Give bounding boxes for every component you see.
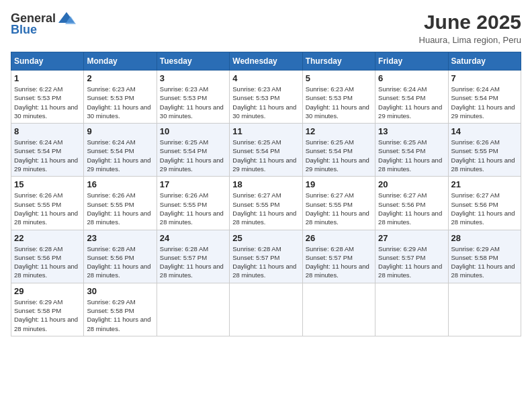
calendar-cell: 24 Sunrise: 6:28 AMSunset: 5:57 PMDaylig… xyxy=(157,230,229,283)
day-info: Sunrise: 6:25 AMSunset: 5:54 PMDaylight:… xyxy=(160,138,224,173)
title-area: June 2025 Huaura, Lima region, Peru xyxy=(419,11,521,45)
col-sunday: Sunday xyxy=(11,52,84,71)
day-info: Sunrise: 6:29 AMSunset: 5:57 PMDaylight:… xyxy=(378,245,442,279)
calendar-cell: 12 Sunrise: 6:25 AMSunset: 5:54 PMDaylig… xyxy=(302,124,375,177)
day-number: 14 xyxy=(451,126,518,136)
calendar-week-4: 22 Sunrise: 6:28 AMSunset: 5:56 PMDaylig… xyxy=(11,230,521,283)
logo-icon xyxy=(57,11,76,26)
day-info: Sunrise: 6:24 AMSunset: 5:54 PMDaylight:… xyxy=(87,138,150,173)
day-info: Sunrise: 6:29 AMSunset: 5:58 PMDaylight:… xyxy=(14,298,78,332)
col-monday: Monday xyxy=(84,52,157,71)
header-row: Sunday Monday Tuesday Wednesday Thursday… xyxy=(11,52,521,71)
day-number: 13 xyxy=(378,126,445,136)
day-info: Sunrise: 6:24 AMSunset: 5:54 PMDaylight:… xyxy=(378,85,442,120)
day-info: Sunrise: 6:29 AMSunset: 5:58 PMDaylight:… xyxy=(451,245,515,279)
calendar-cell xyxy=(230,283,302,336)
day-info: Sunrise: 6:27 AMSunset: 5:55 PMDaylight:… xyxy=(232,191,296,226)
calendar-cell: 28 Sunrise: 6:29 AMSunset: 5:58 PMDaylig… xyxy=(448,230,521,283)
calendar-subtitle: Huaura, Lima region, Peru xyxy=(419,35,521,45)
calendar-cell: 2 Sunrise: 6:23 AMSunset: 5:53 PMDayligh… xyxy=(84,71,157,124)
calendar-cell: 18 Sunrise: 6:27 AMSunset: 5:55 PMDaylig… xyxy=(230,177,302,230)
logo-blue: Blue xyxy=(11,23,37,37)
logo: General Blue xyxy=(11,11,76,37)
calendar-cell: 17 Sunrise: 6:26 AMSunset: 5:55 PMDaylig… xyxy=(157,177,229,230)
day-number: 3 xyxy=(160,73,226,83)
calendar-week-3: 15 Sunrise: 6:26 AMSunset: 5:55 PMDaylig… xyxy=(11,177,521,230)
day-number: 28 xyxy=(451,233,518,243)
calendar-cell: 14 Sunrise: 6:26 AMSunset: 5:55 PMDaylig… xyxy=(448,124,521,177)
day-info: Sunrise: 6:23 AMSunset: 5:53 PMDaylight:… xyxy=(87,85,150,120)
calendar-cell: 4 Sunrise: 6:23 AMSunset: 5:53 PMDayligh… xyxy=(230,71,302,124)
calendar-cell: 30 Sunrise: 6:29 AMSunset: 5:58 PMDaylig… xyxy=(84,283,157,336)
calendar-cell: 27 Sunrise: 6:29 AMSunset: 5:57 PMDaylig… xyxy=(375,230,448,283)
calendar-cell: 7 Sunrise: 6:24 AMSunset: 5:54 PMDayligh… xyxy=(448,71,521,124)
col-tuesday: Tuesday xyxy=(157,52,229,71)
col-thursday: Thursday xyxy=(302,52,375,71)
day-info: Sunrise: 6:25 AMSunset: 5:54 PMDaylight:… xyxy=(378,138,442,173)
day-number: 7 xyxy=(451,73,518,83)
col-wednesday: Wednesday xyxy=(230,52,302,71)
day-number: 22 xyxy=(14,233,81,243)
day-info: Sunrise: 6:23 AMSunset: 5:53 PMDaylight:… xyxy=(160,85,224,120)
calendar-cell: 16 Sunrise: 6:26 AMSunset: 5:55 PMDaylig… xyxy=(84,177,157,230)
day-number: 26 xyxy=(306,233,372,243)
day-info: Sunrise: 6:26 AMSunset: 5:55 PMDaylight:… xyxy=(14,191,78,226)
day-info: Sunrise: 6:27 AMSunset: 5:55 PMDaylight:… xyxy=(306,191,369,226)
calendar-cell: 19 Sunrise: 6:27 AMSunset: 5:55 PMDaylig… xyxy=(302,177,375,230)
day-number: 10 xyxy=(160,126,226,136)
day-info: Sunrise: 6:28 AMSunset: 5:57 PMDaylight:… xyxy=(306,245,369,279)
calendar-cell: 13 Sunrise: 6:25 AMSunset: 5:54 PMDaylig… xyxy=(375,124,448,177)
calendar-cell: 21 Sunrise: 6:27 AMSunset: 5:56 PMDaylig… xyxy=(448,177,521,230)
day-number: 9 xyxy=(87,126,153,136)
day-info: Sunrise: 6:24 AMSunset: 5:54 PMDaylight:… xyxy=(451,85,515,120)
calendar-cell: 29 Sunrise: 6:29 AMSunset: 5:58 PMDaylig… xyxy=(11,283,84,336)
col-friday: Friday xyxy=(375,52,448,71)
day-info: Sunrise: 6:24 AMSunset: 5:54 PMDaylight:… xyxy=(14,138,78,173)
day-number: 1 xyxy=(14,73,81,83)
calendar-cell: 5 Sunrise: 6:23 AMSunset: 5:53 PMDayligh… xyxy=(302,71,375,124)
calendar-cell: 3 Sunrise: 6:23 AMSunset: 5:53 PMDayligh… xyxy=(157,71,229,124)
day-number: 20 xyxy=(378,179,445,189)
day-info: Sunrise: 6:28 AMSunset: 5:56 PMDaylight:… xyxy=(14,245,78,279)
day-number: 17 xyxy=(160,179,226,189)
day-info: Sunrise: 6:25 AMSunset: 5:54 PMDaylight:… xyxy=(306,138,369,173)
calendar-cell: 10 Sunrise: 6:25 AMSunset: 5:54 PMDaylig… xyxy=(157,124,229,177)
calendar-cell: 11 Sunrise: 6:25 AMSunset: 5:54 PMDaylig… xyxy=(230,124,302,177)
day-number: 21 xyxy=(451,179,518,189)
calendar-week-5: 29 Sunrise: 6:29 AMSunset: 5:58 PMDaylig… xyxy=(11,283,521,336)
day-number: 15 xyxy=(14,179,81,189)
day-info: Sunrise: 6:29 AMSunset: 5:58 PMDaylight:… xyxy=(87,298,150,332)
calendar-cell: 8 Sunrise: 6:24 AMSunset: 5:54 PMDayligh… xyxy=(11,124,84,177)
day-number: 23 xyxy=(87,233,153,243)
day-info: Sunrise: 6:23 AMSunset: 5:53 PMDaylight:… xyxy=(306,85,369,120)
calendar-week-1: 1 Sunrise: 6:22 AMSunset: 5:53 PMDayligh… xyxy=(11,71,521,124)
day-info: Sunrise: 6:23 AMSunset: 5:53 PMDaylight:… xyxy=(232,85,296,120)
calendar-cell: 22 Sunrise: 6:28 AMSunset: 5:56 PMDaylig… xyxy=(11,230,84,283)
day-number: 4 xyxy=(232,73,299,83)
day-number: 19 xyxy=(306,179,372,189)
day-info: Sunrise: 6:27 AMSunset: 5:56 PMDaylight:… xyxy=(378,191,442,226)
calendar-cell: 25 Sunrise: 6:28 AMSunset: 5:57 PMDaylig… xyxy=(230,230,302,283)
calendar-cell: 26 Sunrise: 6:28 AMSunset: 5:57 PMDaylig… xyxy=(302,230,375,283)
day-number: 12 xyxy=(306,126,372,136)
day-number: 5 xyxy=(306,73,372,83)
day-info: Sunrise: 6:26 AMSunset: 5:55 PMDaylight:… xyxy=(451,138,515,173)
day-number: 16 xyxy=(87,179,153,189)
day-info: Sunrise: 6:26 AMSunset: 5:55 PMDaylight:… xyxy=(160,191,224,226)
calendar-cell: 23 Sunrise: 6:28 AMSunset: 5:56 PMDaylig… xyxy=(84,230,157,283)
calendar-week-2: 8 Sunrise: 6:24 AMSunset: 5:54 PMDayligh… xyxy=(11,124,521,177)
day-number: 24 xyxy=(160,233,226,243)
day-number: 2 xyxy=(87,73,153,83)
day-info: Sunrise: 6:22 AMSunset: 5:53 PMDaylight:… xyxy=(14,85,78,120)
day-number: 27 xyxy=(378,233,445,243)
day-number: 29 xyxy=(14,286,81,296)
header: General Blue June 2025 Huaura, Lima regi… xyxy=(11,11,521,45)
calendar-cell: 15 Sunrise: 6:26 AMSunset: 5:55 PMDaylig… xyxy=(11,177,84,230)
calendar-cell: 20 Sunrise: 6:27 AMSunset: 5:56 PMDaylig… xyxy=(375,177,448,230)
calendar-cell: 6 Sunrise: 6:24 AMSunset: 5:54 PMDayligh… xyxy=(375,71,448,124)
day-info: Sunrise: 6:27 AMSunset: 5:56 PMDaylight:… xyxy=(451,191,515,226)
day-number: 6 xyxy=(378,73,445,83)
day-info: Sunrise: 6:28 AMSunset: 5:57 PMDaylight:… xyxy=(232,245,296,279)
day-info: Sunrise: 6:26 AMSunset: 5:55 PMDaylight:… xyxy=(87,191,150,226)
col-saturday: Saturday xyxy=(448,52,521,71)
